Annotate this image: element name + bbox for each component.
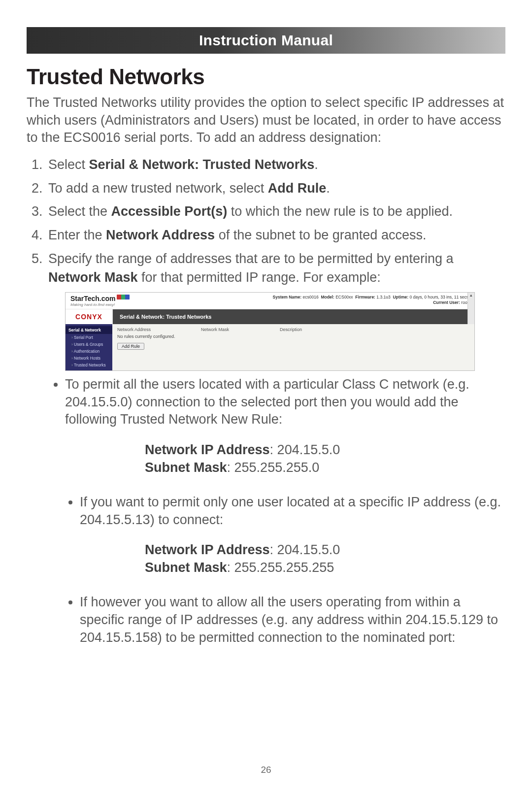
flag-icon [117, 295, 130, 299]
bullet-item: If however you want to allow all the use… [80, 594, 505, 647]
label: Network IP Address [145, 542, 270, 557]
example-block-2: Network IP Address: 204.15.5.0 Subnet Ma… [27, 541, 505, 576]
embedded-screenshot: ▴ ▾ StarTech.com Making hard-to-find eas… [65, 292, 475, 371]
breadcrumb: Serial & Network: Trusted Networks [113, 309, 474, 324]
scroll-up-icon[interactable]: ▴ [470, 293, 472, 298]
label: System Name: [273, 295, 302, 299]
value: ecs0016 [303, 295, 319, 299]
label: Subnet Mask [145, 460, 227, 475]
nav-header: Serial & Network [66, 326, 112, 334]
empty-message: No rules currently configured. [117, 334, 469, 339]
step-2: To add a new trusted network, select Add… [46, 179, 505, 198]
label: Subnet Mask [145, 560, 227, 575]
label: Firmware: [355, 295, 375, 299]
text: for that permitted IP range. For example… [138, 270, 381, 285]
value: 255.255.255.0 [234, 460, 320, 475]
step-5: Specify the range of addresses that are … [46, 250, 505, 287]
tagline: Making hard-to-find easy! [70, 302, 130, 307]
text: Select [48, 157, 89, 172]
add-rule-button[interactable]: Add Rule [117, 343, 144, 350]
text: Specify the range of addresses that are … [48, 251, 454, 266]
bullet-item: To permit all the users located with a p… [65, 376, 505, 429]
header-band: Instruction Manual [27, 27, 505, 54]
value: 255.255.255.255 [234, 560, 334, 575]
main-panel: Network Address Network Mask Description… [112, 324, 474, 370]
bold: Accessible Port(s) [111, 204, 228, 219]
label: Uptime: [393, 295, 408, 299]
step-4: Enter the Network Address of the subnet … [46, 226, 505, 245]
step-3: Select the Accessible Port(s) to which t… [46, 202, 505, 221]
label: Model: [321, 295, 334, 299]
bold: Serial & Network: Trusted Networks [89, 157, 315, 172]
sidebar-nav: Serial & Network Serial Port Users & Gro… [66, 324, 112, 370]
label: Network IP Address [145, 442, 270, 457]
col-header: Network Address [117, 327, 201, 332]
page-number: 26 [0, 765, 532, 775]
section-heading: Trusted Networks [27, 65, 505, 89]
bullet-list-2: If you want to permit only one user loca… [27, 494, 505, 529]
nav-item[interactable]: Authentication [66, 348, 112, 355]
nav-item[interactable]: Network Hosts [66, 355, 112, 362]
screenshot-header: StarTech.com Making hard-to-find easy! S… [66, 293, 474, 309]
example-block-1: Network IP Address: 204.15.5.0 Subnet Ma… [27, 441, 505, 476]
bold: Network Address [106, 228, 215, 242]
step-list: Select Serial & Network: Trusted Network… [27, 156, 505, 287]
value: ECS00xx [335, 295, 353, 299]
label: Current User: [433, 300, 460, 305]
status-block: System Name: ecs0016 Model: ECS00xx Firm… [273, 295, 468, 307]
value: 0 days, 0 hours, 33 ins, 11 secs [409, 295, 468, 299]
nav-item[interactable]: Users & Groups [66, 341, 112, 348]
product-logo: CONYX [66, 309, 113, 324]
text: . [314, 157, 318, 172]
value: 204.15.5.0 [277, 442, 340, 457]
value: 1.3.1u3 [376, 295, 390, 299]
header-title: Instruction Manual [199, 32, 333, 49]
text: To add a new trusted network, select [48, 181, 268, 196]
text: Select the [48, 204, 111, 219]
col-header: Network Mask [201, 327, 280, 332]
brand-text: StarTech.com [70, 295, 116, 302]
text: . [326, 181, 330, 196]
screenshot-titlebar: CONYX Serial & Network: Trusted Networks [66, 309, 474, 324]
screenshot-body: Serial & Network Serial Port Users & Gro… [66, 324, 474, 370]
text: Enter the [48, 228, 106, 242]
nav-item[interactable]: Serial Port [66, 334, 112, 341]
value: 204.15.5.0 [277, 542, 340, 557]
step-1: Select Serial & Network: Trusted Network… [46, 156, 505, 174]
bullet-item: If you want to permit only one user loca… [80, 494, 505, 529]
brand-logo: StarTech.com Making hard-to-find easy! [70, 295, 130, 307]
bold: Add Rule [268, 181, 327, 196]
text: to which the new rule is to be applied. [227, 204, 453, 219]
text: of the subnet to be granted access. [215, 228, 426, 242]
bold: Network Mask [48, 270, 138, 285]
manual-page: Instruction Manual Trusted Networks The … [0, 0, 532, 798]
bullet-list-1: To permit all the users located with a p… [27, 376, 505, 429]
table-header: Network Address Network Mask Description [117, 327, 469, 332]
nav-item[interactable]: Trusted Networks [66, 362, 112, 368]
intro-paragraph: The Trusted Networks utility provides th… [27, 94, 505, 147]
bullet-list-3: If however you want to allow all the use… [27, 594, 505, 647]
col-header: Description [280, 327, 469, 332]
